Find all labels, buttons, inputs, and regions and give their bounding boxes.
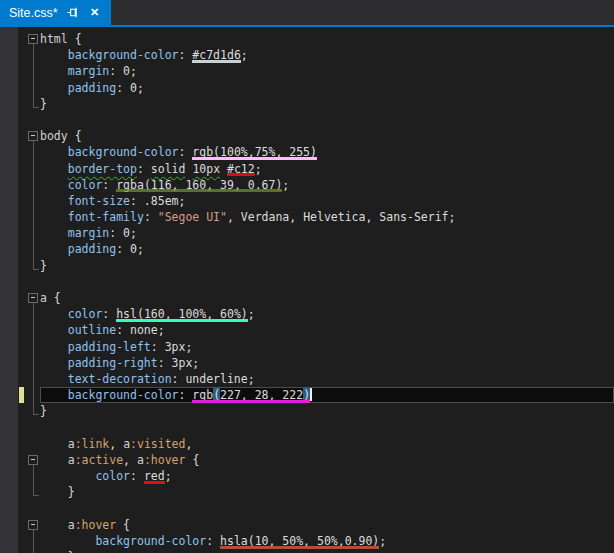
code-area[interactable]: html { background-color: #c7d1d6; margin… <box>18 31 614 553</box>
change-margin <box>18 403 26 419</box>
code-text[interactable]: color: rgba(116, 160, 39, 0.67); <box>40 177 614 193</box>
code-text[interactable]: background-color: rgb(227, 28, 222) <box>40 387 614 403</box>
code-line-3[interactable]: margin: 0; <box>18 63 614 79</box>
pin-icon[interactable] <box>66 6 80 20</box>
collapse-box-icon[interactable] <box>28 455 38 465</box>
code-line-9[interactable]: border-top: solid 10px #c12; <box>18 161 614 177</box>
code-line-13[interactable]: margin: 0; <box>18 225 614 241</box>
code-text[interactable]: padding-left: 3px; <box>40 339 614 355</box>
code-line-10[interactable]: color: rgba(116, 160, 39, 0.67); <box>18 177 614 193</box>
code-token: : <box>102 306 116 322</box>
code-token: : <box>144 209 158 225</box>
code-token: : .85em; <box>130 193 185 209</box>
code-line-25[interactable] <box>18 420 614 436</box>
code-editor[interactable]: html { background-color: #c7d1d6; margin… <box>0 27 614 553</box>
fold-margin <box>26 322 40 338</box>
code-text[interactable]: outline: none; <box>40 322 614 338</box>
code-text[interactable]: } <box>40 96 614 112</box>
fold-toggle[interactable] <box>26 31 40 47</box>
tab-site-css[interactable]: Site.css* ✕ <box>0 0 111 25</box>
close-icon[interactable]: ✕ <box>88 6 102 20</box>
fold-toggle[interactable] <box>26 128 40 144</box>
code-text[interactable]: background-color: #c7d1d6; <box>40 47 614 63</box>
css-property: margin <box>68 63 110 79</box>
code-line-24[interactable]: } <box>18 403 614 419</box>
color-value-with-swatch: 227, 28, 222 <box>220 387 303 403</box>
code-line-33[interactable]: } <box>18 549 614 553</box>
code-line-27[interactable]: a:active, a:hover { <box>18 452 614 468</box>
code-text[interactable]: text-decoration: underline; <box>40 371 614 387</box>
fold-toggle[interactable] <box>26 452 40 468</box>
code-text[interactable]: padding: 0; <box>40 241 614 257</box>
collapse-box-icon[interactable] <box>28 293 38 303</box>
code-text[interactable]: color: hsl(160, 100%, 60%); <box>40 306 614 322</box>
code-line-26[interactable]: a:link, a:visited, <box>18 436 614 452</box>
code-text[interactable]: a:hover { <box>40 517 614 533</box>
code-line-28[interactable]: color: red; <box>18 468 614 484</box>
indicator-margin[interactable] <box>0 27 18 553</box>
css-property: color <box>68 177 103 193</box>
code-token: ; <box>255 161 262 177</box>
code-line-12[interactable]: font-family: "Segoe UI", Verdana, Helvet… <box>18 209 614 225</box>
change-margin <box>18 80 26 96</box>
code-text[interactable]: a:active, a:hover { <box>40 452 614 468</box>
code-text[interactable]: } <box>40 484 614 500</box>
code-text[interactable]: padding-right: 3px; <box>40 355 614 371</box>
collapse-box-icon[interactable] <box>28 520 38 530</box>
css-property: margin <box>68 225 110 241</box>
code-token: : <box>102 177 116 193</box>
code-line-29[interactable]: } <box>18 484 614 500</box>
code-text[interactable]: padding: 0; <box>40 80 614 96</box>
code-text[interactable]: a { <box>40 290 614 306</box>
code-text[interactable]: } <box>40 403 614 419</box>
fold-toggle[interactable] <box>26 517 40 533</box>
code-text[interactable]: margin: 0; <box>40 63 614 79</box>
color-value-with-swatch: red <box>144 468 165 484</box>
code-token <box>40 47 68 63</box>
code-line-31[interactable]: a:hover { <box>18 517 614 533</box>
code-text[interactable]: } <box>40 258 614 274</box>
code-text[interactable] <box>40 420 614 436</box>
code-text[interactable]: body { <box>40 128 614 144</box>
code-line-19[interactable]: outline: none; <box>18 322 614 338</box>
code-text[interactable] <box>40 112 614 128</box>
code-line-5[interactable]: } <box>18 96 614 112</box>
collapse-box-icon[interactable] <box>28 131 38 141</box>
code-line-18[interactable]: color: hsl(160, 100%, 60%); <box>18 306 614 322</box>
code-text[interactable]: html { <box>40 31 614 47</box>
fold-margin <box>26 96 40 112</box>
code-text[interactable]: font-family: "Segoe UI", Verdana, Helvet… <box>40 209 614 225</box>
change-margin <box>18 96 26 112</box>
code-text[interactable]: background-color: hsla(10, 50%, 50%,0.90… <box>40 533 614 549</box>
code-text[interactable]: color: red; <box>40 468 614 484</box>
code-token: : <box>206 533 220 549</box>
code-line-14[interactable]: padding: 0; <box>18 241 614 257</box>
code-line-20[interactable]: padding-left: 3px; <box>18 339 614 355</box>
code-line-21[interactable]: padding-right: 3px; <box>18 355 614 371</box>
code-line-32[interactable]: background-color: hsla(10, 50%, 50%,0.90… <box>18 533 614 549</box>
code-line-23[interactable]: background-color: rgb(227, 28, 222) <box>18 387 614 403</box>
code-line-6[interactable] <box>18 112 614 128</box>
collapse-box-icon[interactable] <box>28 34 38 44</box>
code-text[interactable]: background-color: rgb(100%,75%, 255) <box>40 144 614 160</box>
code-text[interactable]: a:link, a:visited, <box>40 436 614 452</box>
code-line-7[interactable]: body { <box>18 128 614 144</box>
code-text[interactable]: border-top: solid 10px #c12; <box>40 161 614 177</box>
code-line-11[interactable]: font-size: .85em; <box>18 193 614 209</box>
fold-toggle[interactable] <box>26 290 40 306</box>
code-line-2[interactable]: background-color: #c7d1d6; <box>18 47 614 63</box>
code-line-1[interactable]: html { <box>18 31 614 47</box>
text-caret <box>310 388 312 401</box>
code-line-16[interactable] <box>18 274 614 290</box>
code-line-15[interactable]: } <box>18 258 614 274</box>
code-text[interactable] <box>40 500 614 516</box>
code-line-22[interactable]: text-decoration: underline; <box>18 371 614 387</box>
code-text[interactable]: } <box>40 549 614 553</box>
code-line-8[interactable]: background-color: rgb(100%,75%, 255) <box>18 144 614 160</box>
code-text[interactable] <box>40 274 614 290</box>
code-text[interactable]: font-size: .85em; <box>40 193 614 209</box>
code-text[interactable]: margin: 0; <box>40 225 614 241</box>
code-line-30[interactable] <box>18 500 614 516</box>
code-line-4[interactable]: padding: 0; <box>18 80 614 96</box>
code-line-17[interactable]: a { <box>18 290 614 306</box>
